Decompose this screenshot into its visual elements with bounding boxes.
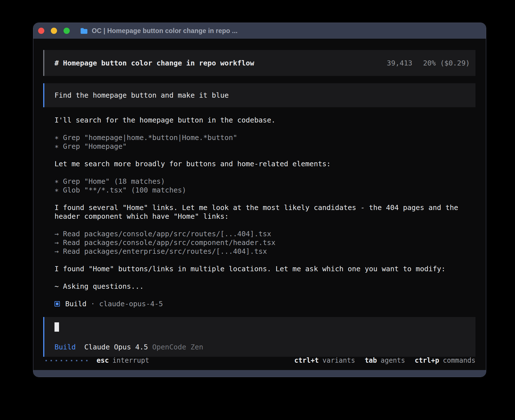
tool-call-glob[interactable]: ∗ Glob "**/*.tsx" (100 matches) — [54, 186, 475, 194]
shortcut-commands: ctrl+p commands — [415, 356, 475, 365]
assistant-paragraph: I found "Home" buttons/links in multiple… — [54, 264, 475, 273]
agent-badge: Build · claude-opus-4-5 — [54, 299, 475, 308]
window-bottom-bar — [33, 370, 486, 377]
session-stats: 39,413 20% ($0.29) — [387, 59, 470, 67]
assistant-paragraph: I'll search for the homepage button in t… — [54, 116, 475, 124]
prompt-input[interactable]: Build Claude Opus 4.5 OpenCode Zen — [43, 317, 475, 357]
input-meta: Build Claude Opus 4.5 OpenCode Zen — [54, 343, 465, 351]
interrupt-label: interrupt — [112, 356, 149, 365]
tool-call-read[interactable]: → Read packages/console/app/src/routes/[… — [54, 229, 475, 238]
tool-call-read[interactable]: → Read packages/console/app/src/componen… — [54, 238, 475, 247]
status-bar: esc interrupt ctrl+t variants tab agents… — [43, 356, 475, 365]
window-titlebar[interactable]: OC | Homepage button color change in rep… — [33, 23, 486, 39]
assistant-transcript: I'll search for the homepage button in t… — [54, 116, 475, 308]
text-cursor — [54, 322, 59, 332]
tool-call-read[interactable]: → Read packages/enterprise/src/routes/[.… — [54, 247, 475, 256]
token-count: 39,413 — [387, 59, 412, 67]
provider-label: OpenCode Zen — [152, 343, 203, 351]
activity-status: ~ Asking questions... — [54, 282, 475, 291]
agent-separator: · — [91, 299, 95, 308]
context-usage: 20% ($0.29) — [423, 59, 470, 67]
traffic-lights — [38, 28, 70, 34]
terminal-window: OC | Homepage button color change in rep… — [33, 23, 486, 377]
user-message-text: Find the homepage button and make it blu… — [54, 91, 229, 100]
window-title: OC | Homepage button color change in rep… — [92, 27, 237, 35]
close-button[interactable] — [38, 28, 44, 34]
tool-call-grep[interactable]: ∗ Grep "homepage|home.*button|Home.*butt… — [54, 133, 475, 142]
agent-mode-label[interactable]: Build — [54, 343, 76, 351]
assistant-paragraph: Let me search more broadly for buttons a… — [54, 159, 475, 168]
terminal-content: # Homepage button color change in repo w… — [33, 39, 486, 371]
build-agent-icon — [54, 301, 60, 307]
model-label[interactable]: Claude Opus 4.5 — [84, 343, 148, 351]
minimize-button[interactable] — [51, 28, 57, 34]
agent-model: claude-opus-4-5 — [99, 299, 163, 308]
user-message: Find the homepage button and make it blu… — [43, 83, 475, 107]
session-title: # Homepage button color change in repo w… — [54, 59, 254, 67]
folder-icon — [80, 28, 88, 34]
tool-call-grep[interactable]: ∗ Grep "Home" (18 matches) — [54, 177, 475, 186]
agent-name: Build — [65, 299, 86, 308]
session-header: # Homepage button color change in repo w… — [43, 50, 475, 76]
zoom-button[interactable] — [64, 28, 70, 34]
status-left: esc interrupt — [43, 356, 149, 365]
assistant-paragraph: I found several "Home" links. Let me loo… — [54, 203, 475, 221]
shortcut-agents: tab agents — [365, 356, 405, 365]
status-right: ctrl+t variants tab agents ctrl+p comman… — [294, 356, 475, 365]
tool-call-grep[interactable]: ∗ Grep "Homepage" — [54, 142, 475, 151]
shortcut-variants: ctrl+t variants — [294, 356, 355, 365]
spinner-dots-icon — [45, 360, 88, 361]
esc-key-hint: esc — [97, 356, 109, 365]
